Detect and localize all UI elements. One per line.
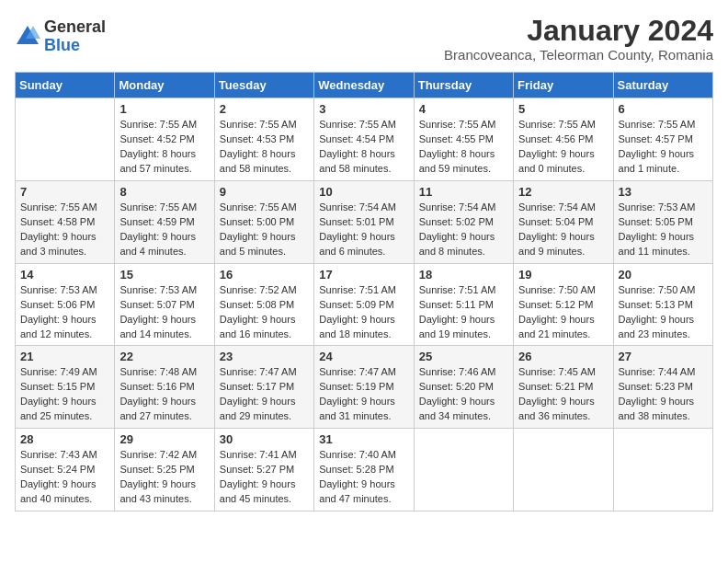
day-info: Sunrise: 7:51 AM Sunset: 5:11 PM Dayligh… — [419, 283, 508, 342]
calendar-cell: 4Sunrise: 7:55 AM Sunset: 4:55 PM Daylig… — [414, 98, 513, 181]
title-block: January 2024 Brancoveanca, Teleorman Cou… — [444, 15, 713, 63]
day-number: 23 — [220, 350, 309, 363]
day-number: 25 — [419, 350, 508, 363]
day-number: 10 — [319, 185, 408, 199]
day-info: Sunrise: 7:54 AM Sunset: 5:02 PM Dayligh… — [419, 201, 508, 259]
day-number: 31 — [319, 432, 408, 446]
week-row-2: 7Sunrise: 7:55 AM Sunset: 4:58 PM Daylig… — [16, 180, 713, 263]
day-info: Sunrise: 7:55 AM Sunset: 4:55 PM Dayligh… — [419, 118, 508, 177]
calendar-cell: 15Sunrise: 7:53 AM Sunset: 5:07 PM Dayli… — [115, 263, 214, 346]
weekday-header-sunday: Sunday — [16, 73, 115, 98]
day-info: Sunrise: 7:43 AM Sunset: 5:24 PM Dayligh… — [20, 448, 109, 507]
calendar-cell: 24Sunrise: 7:47 AM Sunset: 5:19 PM Dayli… — [314, 346, 414, 429]
day-number: 28 — [20, 432, 109, 446]
day-info: Sunrise: 7:55 AM Sunset: 4:53 PM Dayligh… — [220, 118, 309, 177]
day-info: Sunrise: 7:53 AM Sunset: 5:06 PM Dayligh… — [20, 283, 109, 342]
day-number: 13 — [619, 185, 708, 199]
day-number: 1 — [119, 102, 209, 116]
calendar-cell: 31Sunrise: 7:40 AM Sunset: 5:28 PM Dayli… — [314, 429, 414, 511]
day-info: Sunrise: 7:51 AM Sunset: 5:09 PM Dayligh… — [319, 283, 408, 342]
day-info: Sunrise: 7:55 AM Sunset: 4:57 PM Dayligh… — [619, 118, 708, 177]
week-row-4: 21Sunrise: 7:49 AM Sunset: 5:15 PM Dayli… — [16, 346, 713, 429]
day-info: Sunrise: 7:50 AM Sunset: 5:13 PM Dayligh… — [619, 283, 708, 342]
weekday-header-monday: Monday — [115, 73, 214, 98]
day-number: 3 — [319, 102, 408, 116]
day-number: 19 — [518, 268, 608, 282]
day-info: Sunrise: 7:46 AM Sunset: 5:20 PM Dayligh… — [419, 365, 508, 424]
calendar-cell: 6Sunrise: 7:55 AM Sunset: 4:57 PM Daylig… — [613, 98, 712, 181]
day-info: Sunrise: 7:47 AM Sunset: 5:17 PM Dayligh… — [220, 365, 309, 424]
day-number: 17 — [319, 268, 408, 282]
calendar-cell: 5Sunrise: 7:55 AM Sunset: 4:56 PM Daylig… — [514, 98, 613, 181]
day-info: Sunrise: 7:54 AM Sunset: 5:04 PM Dayligh… — [518, 201, 608, 259]
calendar-cell: 29Sunrise: 7:42 AM Sunset: 5:25 PM Dayli… — [115, 429, 214, 511]
day-info: Sunrise: 7:50 AM Sunset: 5:12 PM Dayligh… — [518, 283, 608, 342]
calendar-cell: 7Sunrise: 7:55 AM Sunset: 4:58 PM Daylig… — [16, 180, 115, 263]
calendar-table: SundayMondayTuesdayWednesdayThursdayFrid… — [15, 72, 713, 511]
day-number: 9 — [220, 185, 309, 199]
day-number: 12 — [518, 185, 608, 199]
day-number: 7 — [20, 185, 109, 199]
calendar-cell: 9Sunrise: 7:55 AM Sunset: 5:00 PM Daylig… — [214, 180, 313, 263]
day-number: 24 — [319, 350, 408, 363]
day-info: Sunrise: 7:54 AM Sunset: 5:01 PM Dayligh… — [319, 201, 408, 259]
month-title: January 2024 — [444, 15, 713, 47]
day-info: Sunrise: 7:47 AM Sunset: 5:19 PM Dayligh… — [319, 365, 408, 424]
week-row-1: 1Sunrise: 7:55 AM Sunset: 4:52 PM Daylig… — [16, 98, 713, 181]
day-info: Sunrise: 7:55 AM Sunset: 4:54 PM Dayligh… — [319, 118, 408, 177]
day-info: Sunrise: 7:44 AM Sunset: 5:23 PM Dayligh… — [619, 365, 708, 424]
calendar-cell: 28Sunrise: 7:43 AM Sunset: 5:24 PM Dayli… — [16, 429, 115, 511]
day-info: Sunrise: 7:48 AM Sunset: 5:16 PM Dayligh… — [119, 365, 209, 424]
day-info: Sunrise: 7:53 AM Sunset: 5:07 PM Dayligh… — [119, 283, 209, 342]
day-number: 2 — [220, 102, 309, 116]
day-number: 21 — [20, 350, 109, 363]
calendar-cell: 20Sunrise: 7:50 AM Sunset: 5:13 PM Dayli… — [613, 263, 712, 346]
day-info: Sunrise: 7:42 AM Sunset: 5:25 PM Dayligh… — [119, 448, 209, 507]
day-info: Sunrise: 7:55 AM Sunset: 4:52 PM Dayligh… — [119, 118, 209, 177]
day-info: Sunrise: 7:55 AM Sunset: 4:56 PM Dayligh… — [518, 118, 608, 177]
day-number: 22 — [119, 350, 209, 363]
day-number: 30 — [220, 432, 309, 446]
calendar-cell: 13Sunrise: 7:53 AM Sunset: 5:05 PM Dayli… — [613, 180, 712, 263]
day-number: 18 — [419, 268, 508, 282]
calendar-cell: 11Sunrise: 7:54 AM Sunset: 5:02 PM Dayli… — [414, 180, 513, 263]
logo-general-text: General — [44, 18, 106, 37]
calendar-cell: 17Sunrise: 7:51 AM Sunset: 5:09 PM Dayli… — [314, 263, 414, 346]
calendar-cell — [514, 429, 613, 511]
calendar-cell: 26Sunrise: 7:45 AM Sunset: 5:21 PM Dayli… — [514, 346, 613, 429]
day-info: Sunrise: 7:55 AM Sunset: 5:00 PM Dayligh… — [220, 201, 309, 259]
day-info: Sunrise: 7:52 AM Sunset: 5:08 PM Dayligh… — [220, 283, 309, 342]
calendar-cell: 18Sunrise: 7:51 AM Sunset: 5:11 PM Dayli… — [414, 263, 513, 346]
calendar-cell: 12Sunrise: 7:54 AM Sunset: 5:04 PM Dayli… — [514, 180, 613, 263]
calendar-cell — [414, 429, 513, 511]
calendar-cell: 21Sunrise: 7:49 AM Sunset: 5:15 PM Dayli… — [16, 346, 115, 429]
day-info: Sunrise: 7:41 AM Sunset: 5:27 PM Dayligh… — [220, 448, 309, 507]
calendar-cell — [613, 429, 712, 511]
day-number: 20 — [619, 268, 708, 282]
weekday-header-friday: Friday — [514, 73, 613, 98]
calendar-cell: 1Sunrise: 7:55 AM Sunset: 4:52 PM Daylig… — [115, 98, 214, 181]
calendar-cell: 2Sunrise: 7:55 AM Sunset: 4:53 PM Daylig… — [214, 98, 313, 181]
day-info: Sunrise: 7:49 AM Sunset: 5:15 PM Dayligh… — [20, 365, 109, 424]
calendar-cell: 27Sunrise: 7:44 AM Sunset: 5:23 PM Dayli… — [613, 346, 712, 429]
calendar-cell: 19Sunrise: 7:50 AM Sunset: 5:12 PM Dayli… — [514, 263, 613, 346]
day-number: 15 — [119, 268, 209, 282]
day-number: 27 — [619, 350, 708, 363]
day-number: 16 — [220, 268, 309, 282]
day-number: 11 — [419, 185, 508, 199]
weekday-header-saturday: Saturday — [613, 73, 712, 98]
calendar-cell: 3Sunrise: 7:55 AM Sunset: 4:54 PM Daylig… — [314, 98, 414, 181]
logo: General Blue — [15, 18, 106, 55]
weekday-header-wednesday: Wednesday — [314, 73, 414, 98]
day-number: 8 — [119, 185, 209, 199]
logo-icon — [15, 24, 40, 50]
page-header: General Blue January 2024 Brancoveanca, … — [15, 15, 713, 63]
day-number: 6 — [619, 102, 708, 116]
calendar-cell: 10Sunrise: 7:54 AM Sunset: 5:01 PM Dayli… — [314, 180, 414, 263]
calendar-cell: 30Sunrise: 7:41 AM Sunset: 5:27 PM Dayli… — [214, 429, 313, 511]
weekday-header-thursday: Thursday — [414, 73, 513, 98]
logo-blue-text: Blue — [44, 37, 106, 55]
day-info: Sunrise: 7:55 AM Sunset: 4:58 PM Dayligh… — [20, 201, 109, 259]
day-info: Sunrise: 7:40 AM Sunset: 5:28 PM Dayligh… — [319, 448, 408, 507]
calendar-cell: 22Sunrise: 7:48 AM Sunset: 5:16 PM Dayli… — [115, 346, 214, 429]
